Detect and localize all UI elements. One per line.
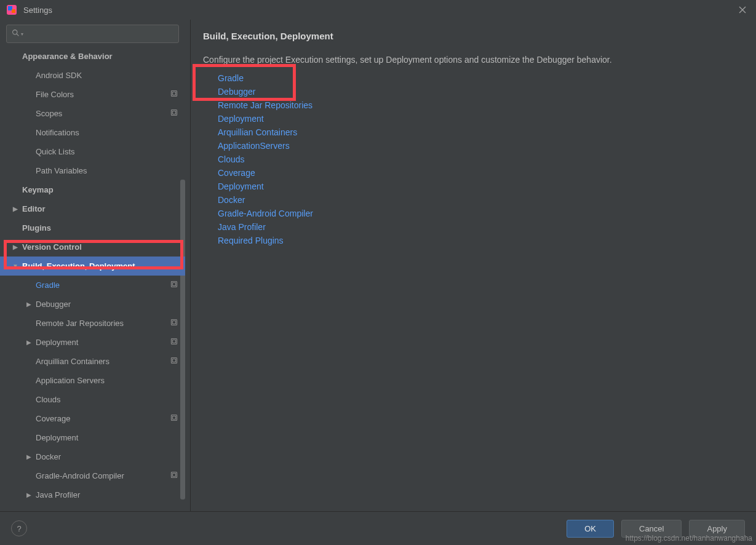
tree-item-label: Arquillian Containers bbox=[36, 357, 109, 366]
tree-item-3[interactable]: Scopes bbox=[0, 104, 185, 123]
svg-rect-1 bbox=[8, 6, 12, 10]
tree-item-7[interactable]: Keymap bbox=[0, 180, 185, 199]
tree-item-20[interactable]: Deployment bbox=[0, 428, 185, 447]
svg-rect-4 bbox=[172, 91, 177, 97]
svg-rect-8 bbox=[172, 282, 177, 287]
tree-item-8[interactable]: ▶Editor bbox=[0, 199, 185, 218]
content-panel: Build, Execution, Deployment Configure t… bbox=[191, 20, 756, 511]
tree-item-label: Scopes bbox=[36, 109, 62, 118]
project-level-icon bbox=[170, 280, 178, 290]
expand-arrow-icon: ▼ bbox=[9, 263, 22, 269]
project-level-icon bbox=[170, 357, 178, 366]
tree-item-label: Keymap bbox=[22, 185, 54, 194]
expand-arrow-icon: ▶ bbox=[23, 491, 34, 498]
titlebar: Settings bbox=[0, 0, 756, 20]
tree-item-label: Quick Lists bbox=[36, 147, 75, 156]
tree-item-4[interactable]: Notifications bbox=[0, 123, 185, 142]
project-level-icon bbox=[170, 109, 178, 118]
project-level-icon bbox=[170, 338, 178, 347]
tree-item-5[interactable]: Quick Lists bbox=[0, 142, 185, 161]
tree-item-label: Editor bbox=[22, 204, 46, 213]
tree-item-0[interactable]: Appearance & Behavior bbox=[0, 47, 185, 66]
expand-arrow-icon: ▶ bbox=[9, 244, 22, 250]
tree-item-2[interactable]: File Colors bbox=[0, 85, 185, 104]
tree-item-label: Debugger bbox=[36, 300, 71, 309]
main: ▾ Appearance & BehaviorAndroid SDKFile C… bbox=[0, 20, 756, 511]
window-title: Settings bbox=[23, 6, 52, 15]
tree-item-1[interactable]: Android SDK bbox=[0, 66, 185, 85]
tree-item-label: Java Profiler bbox=[36, 490, 80, 499]
panel-links: GradleDebuggerRemote Jar RepositoriesDep… bbox=[203, 73, 744, 245]
tree-item-label: Appearance & Behavior bbox=[22, 52, 113, 61]
project-level-icon bbox=[170, 414, 178, 423]
tree-item-label: Application Servers bbox=[36, 376, 105, 385]
tree-item-23[interactable]: ▶Java Profiler bbox=[0, 485, 185, 504]
svg-rect-13 bbox=[173, 340, 176, 343]
svg-rect-16 bbox=[172, 415, 177, 421]
panel-link-4[interactable]: Arquillian Containers bbox=[218, 127, 744, 137]
tree-item-15[interactable]: ▶Deployment bbox=[0, 333, 185, 352]
project-level-icon bbox=[170, 90, 178, 99]
svg-rect-15 bbox=[173, 359, 176, 362]
tree-item-label: Android SDK bbox=[36, 71, 82, 80]
ok-button[interactable]: OK bbox=[567, 520, 614, 538]
svg-rect-6 bbox=[172, 110, 177, 116]
tree-item-label: Remote Jar Repositories bbox=[36, 319, 124, 328]
tree-item-label: Gradle bbox=[36, 280, 60, 290]
app-icon bbox=[6, 4, 17, 15]
tree-item-18[interactable]: Clouds bbox=[0, 390, 185, 409]
svg-rect-17 bbox=[173, 416, 176, 420]
tree-item-6[interactable]: Path Variables bbox=[0, 161, 185, 180]
svg-rect-19 bbox=[173, 474, 176, 477]
tree-item-10[interactable]: ▶Version Control bbox=[0, 237, 185, 257]
svg-rect-11 bbox=[173, 321, 176, 324]
panel-link-6[interactable]: Clouds bbox=[218, 154, 744, 164]
tree-item-label: Version Control bbox=[22, 242, 82, 252]
tree-item-19[interactable]: Coverage bbox=[0, 409, 185, 428]
tree-item-label: Notifications bbox=[36, 128, 79, 137]
panel-link-10[interactable]: Gradle-Android Compiler bbox=[218, 209, 744, 218]
panel-link-1[interactable]: Debugger bbox=[218, 87, 744, 97]
svg-rect-18 bbox=[172, 472, 177, 478]
panel-link-9[interactable]: Docker bbox=[218, 195, 744, 205]
search-field[interactable] bbox=[23, 30, 173, 39]
help-button[interactable]: ? bbox=[11, 520, 27, 536]
tree-item-16[interactable]: Arquillian Containers bbox=[0, 352, 185, 371]
svg-rect-5 bbox=[173, 92, 176, 95]
project-level-icon bbox=[170, 471, 178, 480]
tree-item-9[interactable]: Plugins bbox=[0, 218, 185, 237]
expand-arrow-icon: ▶ bbox=[9, 205, 22, 212]
tree-item-label: Deployment bbox=[36, 338, 78, 347]
tree-item-13[interactable]: ▶Debugger bbox=[0, 295, 185, 314]
panel-link-5[interactable]: ApplicationServers bbox=[218, 141, 744, 151]
tree-item-22[interactable]: Gradle-Android Compiler bbox=[0, 466, 185, 485]
tree-item-label: Coverage bbox=[36, 414, 70, 423]
expand-arrow-icon: ▶ bbox=[23, 301, 34, 308]
close-icon[interactable] bbox=[735, 2, 750, 17]
panel-link-0[interactable]: Gradle bbox=[218, 73, 744, 83]
expand-arrow-icon: ▶ bbox=[23, 453, 34, 460]
tree-item-label: Gradle-Android Compiler bbox=[36, 471, 124, 480]
svg-rect-12 bbox=[172, 339, 177, 344]
expand-arrow-icon: ▶ bbox=[23, 339, 34, 346]
sidebar: ▾ Appearance & BehaviorAndroid SDKFile C… bbox=[0, 20, 191, 511]
panel-link-11[interactable]: Java Profiler bbox=[218, 222, 744, 232]
project-level-icon bbox=[170, 319, 178, 328]
tree-item-17[interactable]: Application Servers bbox=[0, 371, 185, 390]
tree-item-label: File Colors bbox=[36, 90, 74, 99]
settings-tree[interactable]: Appearance & BehaviorAndroid SDKFile Col… bbox=[0, 47, 185, 509]
tree-item-21[interactable]: ▶Docker bbox=[0, 447, 185, 466]
tree-item-11[interactable]: ▼Build, Execution, Deployment bbox=[0, 257, 185, 276]
search-input[interactable]: ▾ bbox=[6, 25, 179, 43]
tree-item-14[interactable]: Remote Jar Repositories bbox=[0, 314, 185, 333]
watermark: https://blog.csdn.net/hanhanwanghaha bbox=[626, 534, 752, 543]
panel-link-3[interactable]: Deployment bbox=[218, 114, 744, 124]
panel-link-2[interactable]: Remote Jar Repositories bbox=[218, 100, 744, 110]
panel-link-8[interactable]: Deployment bbox=[218, 181, 744, 191]
svg-rect-2 bbox=[12, 9, 15, 13]
panel-link-7[interactable]: Coverage bbox=[218, 168, 744, 178]
tree-item-12[interactable]: Gradle bbox=[0, 276, 185, 295]
panel-link-12[interactable]: Required Plugins bbox=[218, 236, 744, 245]
search-icon bbox=[12, 29, 20, 39]
panel-description: Configure the project Execution settings… bbox=[203, 55, 744, 65]
